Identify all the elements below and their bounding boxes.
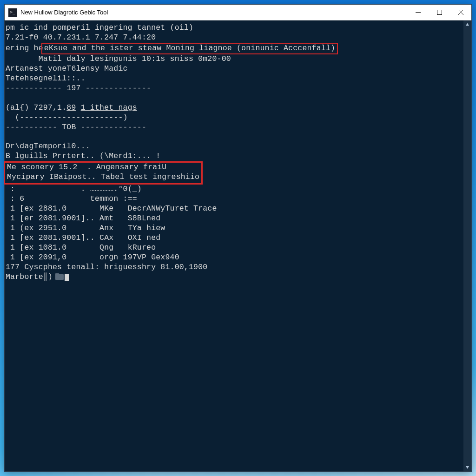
table-row: : 6 temmon :== bbox=[6, 194, 137, 203]
line-mid bbox=[76, 103, 81, 112]
maximize-button[interactable] bbox=[429, 5, 450, 20]
link-text[interactable]: 89 bbox=[66, 103, 76, 112]
link-text[interactable]: 1 ithet_nags bbox=[81, 103, 137, 112]
table-row: 1 [ex 2091,0 orgn 197VP Gex940 bbox=[6, 253, 179, 262]
line: Tetehsegnelil::.. bbox=[6, 74, 86, 83]
summary-line: 177 Cyscphes tenall: hriguesshry 81.00,1… bbox=[6, 263, 207, 271]
cursor bbox=[65, 274, 69, 281]
line: Dr\dagTemporil0... bbox=[6, 142, 90, 151]
svg-marker-4 bbox=[466, 23, 469, 26]
svg-rect-1 bbox=[437, 10, 442, 15]
table-row: 1 (ex 2951.0 Anx TYa hiew bbox=[6, 224, 165, 232]
line: B lguills Prrtert.. (\Merd1:... ! bbox=[6, 152, 160, 160]
app-icon-glyph: >_ bbox=[10, 10, 15, 14]
highlight-box-2: Me sconery 15.2 . Angensary fraiU Mycipa… bbox=[4, 161, 203, 185]
window-controls bbox=[407, 5, 471, 20]
table-row: 1 [er 2081.9001].. Amt S8BLned bbox=[6, 214, 160, 223]
folder-icon bbox=[55, 273, 64, 280]
console-area: pm ic ind pomperil ingering tannet (oil)… bbox=[5, 20, 471, 471]
svg-marker-5 bbox=[466, 466, 469, 469]
scroll-down-button[interactable] bbox=[463, 463, 471, 471]
line: Artanest yoneT6lensy Madic bbox=[6, 64, 128, 73]
highlight-box-1: eKsue and the ister steaw Moning liagnoe… bbox=[41, 43, 338, 54]
divider: ----------- TOB -------------- bbox=[6, 123, 146, 132]
app-window: >_ New Hullow Diagrotic Gebic Tool pm ic… bbox=[4, 4, 472, 472]
line: pm ic ind pomperil ingering tannet (oil) bbox=[6, 23, 193, 32]
vertical-scrollbar[interactable] bbox=[463, 20, 471, 471]
scroll-up-button[interactable] bbox=[463, 20, 471, 28]
app-icon: >_ bbox=[8, 8, 17, 17]
box2-line: Mycipary IBaipost.. Tabel test ingreshii… bbox=[7, 172, 199, 181]
line: Matil daly lesingunis 10:1s sniss 0m20-0… bbox=[6, 54, 231, 63]
divider: ------------ 197 -------------- bbox=[6, 84, 151, 93]
table-row: 1 [ex 2081.9001].. CAx OXI ned bbox=[6, 233, 160, 242]
line: 7.21-f0 40.7.231.1 7.247 7.44:20 bbox=[6, 33, 156, 42]
console-output[interactable]: pm ic ind pomperil ingering tannet (oil)… bbox=[5, 20, 463, 471]
titlebar[interactable]: >_ New Hullow Diagrotic Gebic Tool bbox=[5, 5, 471, 20]
table-sep: : bbox=[6, 185, 15, 193]
minimize-button[interactable] bbox=[407, 5, 429, 20]
table-row: 1 [ex 2881.0 MKe DecrANWyTuret Trace bbox=[6, 204, 217, 213]
table-row: 1 [ex 1081.0 Qng kRureo bbox=[6, 243, 156, 252]
table-sep: . …………….°0(_) bbox=[15, 185, 142, 193]
window-title: New Hullow Diagrotic Gebic Tool bbox=[20, 9, 407, 16]
line-prefix: ering he bbox=[6, 44, 43, 53]
close-button[interactable] bbox=[450, 5, 471, 20]
line-prefix: (al{) 7297,1. bbox=[6, 103, 66, 112]
prompt: Marborte║) bbox=[6, 272, 53, 281]
box2-line: Me sconery 15.2 . Angensary fraiU bbox=[7, 163, 166, 172]
line: (----------------------) bbox=[6, 113, 128, 122]
